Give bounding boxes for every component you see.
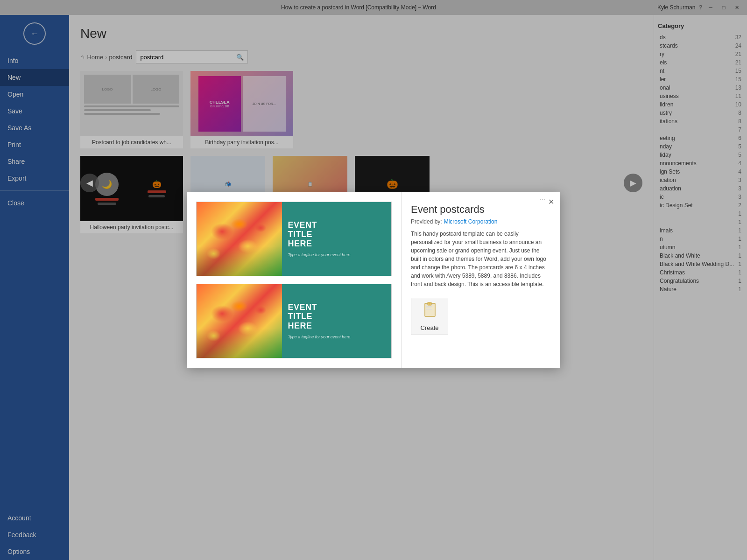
postcard-preview-front: EVENT TITLE HERE Type a tagline for your…: [196, 202, 392, 276]
provider-label: Provided by:: [411, 218, 442, 225]
modal-close-button[interactable]: ✕: [545, 196, 557, 207]
create-label: Create: [420, 324, 438, 331]
modal-info-pane: Event postcards Provided by: Microsoft C…: [402, 192, 560, 368]
event-tagline-2: Type a tagline for your event here.: [288, 335, 386, 339]
event-title-2: EVENT TITLE HERE: [288, 303, 386, 330]
postcard-photo: [197, 202, 282, 276]
svg-rect-2: [426, 306, 432, 307]
modal-scroll-button[interactable]: ⋯: [540, 196, 545, 203]
postcard-text-area: EVENT TITLE HERE Type a tagline for your…: [282, 202, 391, 276]
modal-preview-pane: EVENT TITLE HERE Type a tagline for your…: [187, 192, 402, 368]
svg-rect-3: [426, 308, 431, 308]
create-button[interactable]: Create: [411, 298, 448, 335]
event-tagline: Type a tagline for your event here.: [288, 252, 386, 257]
provider-link[interactable]: Microsoft Corporation: [444, 218, 498, 225]
postcard-photo-2: [197, 284, 282, 358]
modal-overlay: ✕ ⋯ EVENT TITLE HERE Type a tagline for …: [0, 0, 747, 560]
modal-provider: Provided by: Microsoft Corporation: [411, 218, 551, 225]
flower-image: [197, 202, 282, 276]
modal-description: This handy postcard template can be easi…: [411, 230, 551, 288]
postcard-text-area-2: EVENT TITLE HERE Type a tagline for your…: [282, 284, 391, 358]
svg-rect-4: [426, 309, 432, 310]
postcard-preview-back: EVENT TITLE HERE Type a tagline for your…: [196, 284, 392, 358]
create-icon: [421, 301, 438, 322]
template-detail-modal: ✕ ⋯ EVENT TITLE HERE Type a tagline for …: [187, 192, 560, 368]
event-title: EVENT TITLE HERE: [288, 221, 386, 248]
modal-template-title: Event postcards: [411, 203, 551, 216]
flower-image-2: [197, 284, 282, 358]
